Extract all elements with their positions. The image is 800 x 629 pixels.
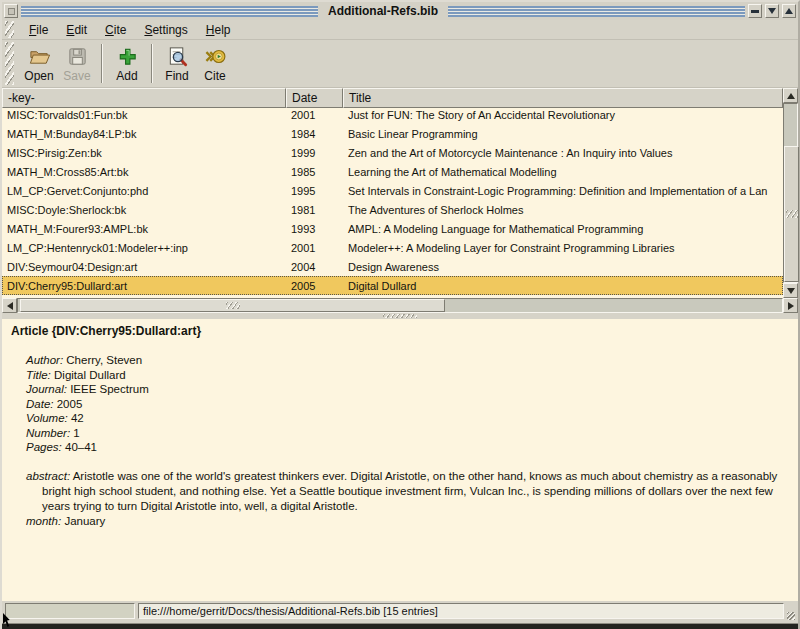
vertical-scroll-track[interactable] (783, 103, 798, 283)
cite-button[interactable]: Cite (196, 41, 234, 86)
row-key: MISC:Doyle:Sherlock:bk (2, 204, 286, 216)
row-date: 1999 (286, 147, 343, 159)
row-key: MISC:Pirsig:Zen:bk (2, 147, 286, 159)
horizontal-scroll-thumb[interactable] (20, 299, 445, 312)
column-header-key[interactable]: -key- (2, 88, 286, 108)
minimize-button[interactable] (748, 4, 762, 18)
horizontal-scrollbar[interactable] (2, 298, 798, 313)
menu-item[interactable]: Settings (135, 21, 196, 39)
toolbar-drag-handle[interactable] (5, 42, 14, 85)
field-value: 40–41 (65, 441, 97, 453)
window-title: Additional-Refs.bib (321, 4, 445, 18)
splitter-grip-icon (383, 314, 417, 318)
table-header: -key- Date Title (2, 88, 783, 108)
column-header-title[interactable]: Title (343, 88, 783, 108)
table-row[interactable]: LM_CP:Gervet:Conjunto:phd 1995 Set Inter… (2, 181, 783, 200)
row-date: 2001 (286, 242, 343, 254)
row-date: 1984 (286, 128, 343, 140)
find-button[interactable]: Find (158, 41, 196, 86)
entry-month: month: January (26, 514, 789, 529)
vertical-scrollbar[interactable] (783, 88, 798, 298)
minimize-icon (751, 10, 759, 13)
field-value: Digital Dullard (54, 369, 126, 381)
field-label: Volume: (26, 412, 68, 424)
row-title: Learning the Art of Mathematical Modelli… (343, 166, 783, 178)
resize-grip[interactable] (787, 612, 795, 620)
open-folder-icon (28, 45, 51, 68)
arrow-up-icon (787, 93, 795, 99)
row-date: 1985 (286, 166, 343, 178)
application-window: Additional-Refs.bib FileEditCiteSettings… (0, 0, 800, 629)
row-key: MATH_M:Bunday84:LP:bk (2, 128, 286, 140)
table-row[interactable]: MISC:Torvalds01:Fun:bk 2001 Just for FUN… (2, 108, 783, 124)
row-key: MATH_M:Cross85:Art:bk (2, 166, 286, 178)
entry-field: Volume: 42 (26, 411, 789, 426)
table-row[interactable]: MATH_M:Bunday84:LP:bk 1984 Basic Linear … (2, 124, 783, 143)
vertical-scroll-thumb[interactable] (784, 146, 799, 282)
menu-item[interactable]: Help (197, 21, 240, 39)
shade-button[interactable] (765, 4, 779, 18)
row-date: 2001 (286, 109, 343, 121)
table-body: MISC:Torvalds01:Fun:bk 2001 Just for FUN… (2, 108, 783, 298)
find-icon (166, 45, 189, 68)
entry-field: Author: Cherry, Steven (26, 353, 789, 368)
row-key: LM_CP:Gervet:Conjunto:phd (2, 185, 286, 197)
menu-item[interactable]: Cite (96, 21, 135, 39)
toolbar-separator (101, 44, 103, 83)
row-title: Just for FUN: The Story of An Accidental… (343, 109, 783, 121)
table-row[interactable]: MATH_M:Fourer93:AMPL:bk 1993 AMPL: A Mod… (2, 219, 783, 238)
table-row[interactable]: DIV:Cherry95:Dullard:art 2005 Digital Du… (2, 276, 783, 295)
save-button[interactable]: Save (58, 41, 96, 86)
open-button[interactable]: Open (20, 41, 58, 86)
statusbar: file:///home/gerrit/Docs/thesis/Addition… (2, 601, 798, 621)
row-title: Digital Dullard (343, 280, 783, 292)
window-menu-button[interactable] (4, 4, 18, 18)
scroll-up-button[interactable] (783, 88, 798, 103)
row-title: Zen and the Art of Motorcycle Maintenanc… (343, 147, 783, 159)
add-label: Add (116, 69, 137, 83)
thumb-grip-icon (226, 302, 240, 309)
row-title: Set Intervals in Constraint-Logic Progra… (343, 185, 783, 197)
table-row[interactable]: MISC:Pirsig:Zen:bk 1999 Zen and the Art … (2, 143, 783, 162)
field-label: Author: (26, 354, 63, 366)
row-title: Modeler++: A Modeling Layer for Constrai… (343, 242, 783, 254)
table-row[interactable]: DIV:Seymour04:Design:art 2004 Design Awa… (2, 257, 783, 276)
maximize-button[interactable] (782, 4, 796, 18)
reference-table: -key- Date Title MISC:Torvalds01:Fun:bk … (2, 88, 798, 298)
table-row[interactable]: MATH_M:Cross85:Art:bk 1985 Learning the … (2, 162, 783, 181)
menu-item[interactable]: Edit (57, 21, 96, 39)
field-value: Cherry, Steven (66, 354, 142, 366)
entry-detail-pane: Article {DIV:Cherry95:Dullard:art} Autho… (2, 319, 798, 601)
table-row[interactable]: LM_CP:Hentenryck01:Modeler++:inp 2001 Mo… (2, 238, 783, 257)
row-key: MATH_M:Fourer93:AMPL:bk (2, 223, 286, 235)
arrow-left-icon (7, 302, 13, 310)
menubar-drag-handle[interactable] (5, 21, 14, 38)
menu-item[interactable]: File (20, 21, 57, 39)
scroll-right-button[interactable] (783, 298, 798, 313)
field-value: 1 (73, 427, 79, 439)
table-row[interactable]: MISC:Doyle:Sherlock:bk 1981 The Adventur… (2, 200, 783, 219)
row-title: AMPL: A Modeling Language for Mathematic… (343, 223, 783, 235)
cite-icon (204, 45, 227, 68)
row-date: 1995 (286, 185, 343, 197)
abstract-label: abstract: (26, 470, 70, 482)
add-button[interactable]: Add (108, 41, 146, 86)
scroll-down-button[interactable] (783, 283, 798, 298)
field-value: 2005 (57, 398, 83, 410)
titlebar-stripes (21, 6, 318, 17)
open-label: Open (24, 69, 53, 83)
titlebar[interactable]: Additional-Refs.bib (2, 2, 798, 20)
window-bottom-edge (2, 621, 798, 629)
entry-field: Number: 1 (26, 426, 789, 441)
status-text: file:///home/gerrit/Docs/thesis/Addition… (138, 603, 784, 619)
row-date: 2005 (286, 280, 343, 292)
window-menu-icon (8, 8, 15, 15)
abstract-value: Aristotle was one of the world's greates… (42, 470, 777, 512)
horizontal-scroll-track[interactable] (17, 298, 783, 313)
month-label: month: (26, 515, 61, 527)
column-header-date[interactable]: Date (286, 88, 343, 108)
add-plus-icon (116, 45, 139, 68)
scroll-left-button[interactable] (2, 298, 17, 313)
field-label: Pages: (26, 441, 62, 453)
menubar: FileEditCiteSettingsHelp (2, 20, 798, 40)
